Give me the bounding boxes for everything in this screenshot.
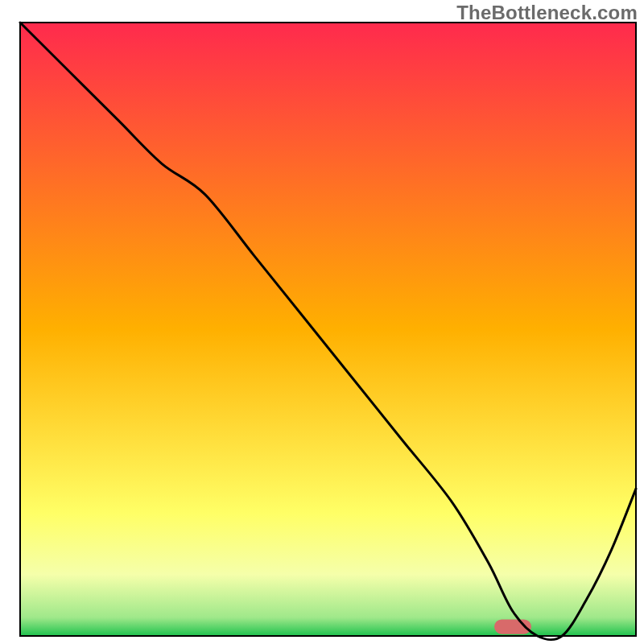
watermark-text: TheBottleneck.com (456, 2, 638, 24)
bottleneck-chart: TheBottleneck.com (0, 0, 644, 644)
chart-canvas (0, 0, 644, 644)
